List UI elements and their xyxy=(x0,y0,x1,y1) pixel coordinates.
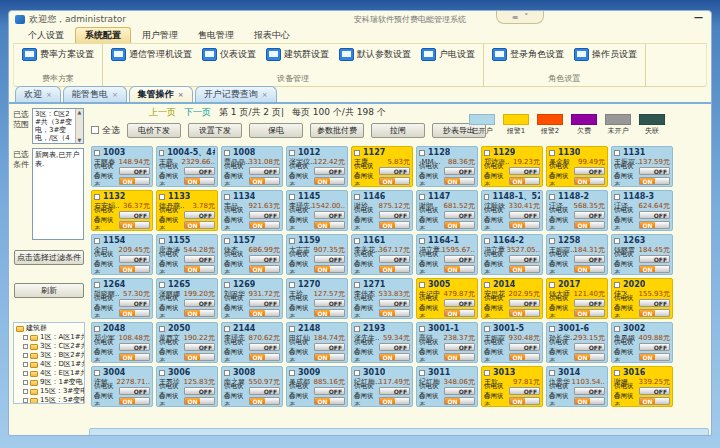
card-checkbox[interactable] xyxy=(484,238,490,244)
switch-status-toggle[interactable]: ON xyxy=(119,309,150,317)
meter-card[interactable]: 1008 曹晶晶.. 331.08元 供电状态 OFF 合闸状态 xyxy=(221,146,283,187)
switch-status-toggle[interactable]: ON xyxy=(314,177,345,185)
switch-status-toggle[interactable]: ON xyxy=(444,177,475,185)
card-checkbox[interactable] xyxy=(419,194,425,200)
tree-item-checkbox[interactable] xyxy=(23,389,28,394)
meter-card[interactable]: 1003 王丽春 148.94元 供电状态 OFF 合闸状态 xyxy=(91,146,153,187)
selected-range-listbox[interactable]: 3区：C区2#共（3#变电，3#变电，/区（4 ▲ ▼ xyxy=(32,108,84,144)
meter-card[interactable]: 3013 王欣.. 97.81元 供电状态 OFF 合闸状态 xyxy=(481,366,543,407)
meter-card[interactable]: 1128 -MM-.. 88.36元 供电状态 OFF 合闸状态 xyxy=(416,146,478,187)
switch-status-toggle[interactable]: ON xyxy=(639,221,670,229)
card-checkbox[interactable] xyxy=(224,150,230,156)
switch-status-toggle[interactable]: ON xyxy=(639,309,670,317)
supply-status-toggle[interactable]: OFF xyxy=(249,167,280,175)
tree-item[interactable]: 4区：D区1#共（F区1# xyxy=(16,360,84,369)
supply-status-toggle[interactable]: OFF xyxy=(639,255,670,263)
ribbon-button[interactable]: 费率方案设置 xyxy=(22,48,94,61)
meter-card[interactable]: 1130 吴金毅 99.49元 供电状态 OFF 合闸状态 xyxy=(546,146,608,187)
switch-status-toggle[interactable]: ON xyxy=(184,353,215,361)
meter-card[interactable]: 1148-1、522 沈顺铁 330.41元 供电状态 OFF 合闸状态 xyxy=(481,190,543,231)
card-checkbox[interactable] xyxy=(94,326,100,332)
switch-status-toggle[interactable]: ON xyxy=(379,221,410,229)
ribbon-tab[interactable]: 售电管理 xyxy=(189,28,243,43)
switch-status-toggle[interactable]: ON xyxy=(314,265,345,273)
selected-condition-box[interactable]: 新网表,已开户表. xyxy=(32,148,84,240)
card-checkbox[interactable] xyxy=(549,194,555,200)
card-checkbox[interactable] xyxy=(159,282,165,288)
switch-status-toggle[interactable]: ON xyxy=(249,397,280,405)
switch-status-toggle[interactable]: ON xyxy=(379,265,410,273)
doc-tab[interactable]: 能管售电 × xyxy=(63,86,127,102)
switch-status-toggle[interactable]: ON xyxy=(509,353,540,361)
switch-status-toggle[interactable]: ON xyxy=(249,309,280,317)
card-checkbox[interactable] xyxy=(224,370,230,376)
card-checkbox[interactable] xyxy=(289,150,295,156)
doc-tab[interactable]: 开户记费查询 × xyxy=(195,86,277,102)
switch-status-toggle[interactable]: ON xyxy=(314,353,345,361)
meter-card[interactable]: 1164-1 冯立章.. 1595.67.. 供电状态 OFF 合闸状态 xyxy=(416,234,478,275)
meter-card[interactable]: 1258 王媚霞.. 184.31元 供电状态 OFF 合闸状态 xyxy=(546,234,608,275)
switch-status-toggle[interactable]: ON xyxy=(379,309,410,317)
switch-status-toggle[interactable]: ON xyxy=(574,221,605,229)
card-checkbox[interactable] xyxy=(224,238,230,244)
card-checkbox[interactable] xyxy=(94,282,100,288)
card-checkbox[interactable] xyxy=(159,150,164,156)
supply-status-toggle[interactable]: OFF xyxy=(379,167,410,175)
switch-status-toggle[interactable]: ON xyxy=(119,353,150,361)
card-checkbox[interactable] xyxy=(614,238,620,244)
switch-status-toggle[interactable]: ON xyxy=(184,265,215,273)
meter-card[interactable]: 2193 张先生.. 59.34元 供电状态 OFF 合闸状态 xyxy=(351,322,413,363)
switch-status-toggle[interactable]: ON xyxy=(639,177,670,185)
meter-card[interactable]: 1145 李瑾先.. 1542.00.. 供电状态 OFF 合闸状态 xyxy=(286,190,348,231)
supply-status-toggle[interactable]: OFF xyxy=(444,211,475,219)
supply-status-toggle[interactable]: OFF xyxy=(184,211,215,219)
supply-status-toggle[interactable]: OFF xyxy=(249,255,280,263)
switch-status-toggle[interactable]: ON xyxy=(574,353,605,361)
supply-status-toggle[interactable]: OFF xyxy=(119,167,150,175)
meter-card[interactable]: 3001-5 王媚霞 930.48元 供电状态 OFF 合闸状态 xyxy=(481,322,543,363)
supply-status-toggle[interactable]: OFF xyxy=(249,387,280,395)
card-checkbox[interactable] xyxy=(159,194,165,200)
meter-card[interactable]: 1147 谢明 681.52元 供电状态 OFF 合闸状态 xyxy=(416,190,478,231)
meter-card[interactable]: 1161 李美花.. 367.17元 供电状态 OFF 合闸状态 xyxy=(351,234,413,275)
meter-card[interactable]: 3008 南之翼 550.97元 供电状态 OFF 合闸状态 xyxy=(221,366,283,407)
close-icon[interactable]: × xyxy=(46,91,52,99)
supply-status-toggle[interactable]: OFF xyxy=(574,167,605,175)
switch-status-toggle[interactable]: ON xyxy=(119,265,150,273)
switch-status-toggle[interactable]: ON xyxy=(184,309,215,317)
supply-status-toggle[interactable]: OFF xyxy=(444,255,475,263)
card-checkbox[interactable] xyxy=(549,150,555,156)
meter-card[interactable]: 2050 黄西文 190.22元 供电状态 OFF 合闸状态 xyxy=(156,322,218,363)
supply-status-toggle[interactable]: OFF xyxy=(509,167,540,175)
tree-item[interactable]: 9区：1#变电（3#变电 xyxy=(16,378,84,387)
card-checkbox[interactable] xyxy=(419,238,425,244)
switch-status-toggle[interactable]: ON xyxy=(184,397,215,405)
supply-status-toggle[interactable]: OFF xyxy=(314,167,345,175)
meter-card[interactable]: 3016 谢姗 339.25元 供电状态 OFF 合闸状态 xyxy=(611,366,673,407)
toolbar-button[interactable]: 拉闸 xyxy=(371,123,425,138)
ribbon-tab[interactable]: 系统配置 xyxy=(75,27,131,43)
card-checkbox[interactable] xyxy=(354,326,360,332)
listbox-scrollbar[interactable]: ▲ ▼ xyxy=(75,109,83,143)
supply-status-toggle[interactable]: OFF xyxy=(444,387,475,395)
menu-icon[interactable]: ≡ xyxy=(512,13,519,22)
card-checkbox[interactable] xyxy=(419,150,425,156)
switch-status-toggle[interactable]: ON xyxy=(314,221,345,229)
meter-card[interactable]: 1129 郑诗语.. 19.23元 供电状态 OFF 合闸状态 xyxy=(481,146,543,187)
card-checkbox[interactable] xyxy=(224,326,230,332)
switch-status-toggle[interactable]: ON xyxy=(314,397,345,405)
switch-status-toggle[interactable]: ON xyxy=(509,265,540,273)
supply-status-toggle[interactable]: OFF xyxy=(379,343,410,351)
card-checkbox[interactable] xyxy=(484,370,490,376)
meter-card[interactable]: 1265 张丽娜 199.20元 供电状态 OFF 合闸状态 xyxy=(156,278,218,319)
tree-item[interactable]: 15区：5#变电站（2#变 xyxy=(16,396,84,404)
meter-card[interactable]: 1164-2 冯立章 3527.05.. 供电状态 OFF 合闸状态 xyxy=(481,234,543,275)
meter-card[interactable]: 3001-1 高链 238.37元 供电状态 OFF 合闸状态 xyxy=(416,322,478,363)
close-icon[interactable]: × xyxy=(178,91,184,99)
switch-status-toggle[interactable]: ON xyxy=(249,221,280,229)
supply-status-toggle[interactable]: OFF xyxy=(379,387,410,395)
tree-item-checkbox[interactable] xyxy=(23,371,28,376)
supply-status-toggle[interactable]: OFF xyxy=(574,387,605,395)
card-checkbox[interactable] xyxy=(94,238,100,244)
card-checkbox[interactable] xyxy=(289,370,295,376)
